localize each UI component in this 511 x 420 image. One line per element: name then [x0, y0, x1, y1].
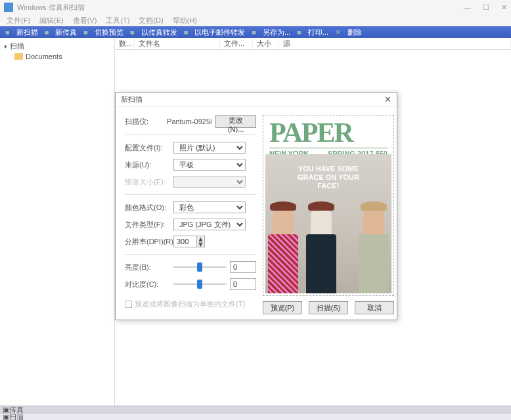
preview-button[interactable]: 预览(P) [263, 301, 302, 314]
menu-file[interactable]: 文件(F) [3, 16, 34, 26]
brightness-slider[interactable] [173, 262, 226, 272]
source-label: 来源(U): [125, 160, 169, 170]
filetype-label: 文件类型(F): [125, 220, 169, 230]
bar-fax[interactable]: ▣ 传真 [0, 406, 511, 413]
tb-new-scan[interactable]: 新扫描 [14, 28, 41, 37]
contrast-label: 对比度(C): [125, 280, 169, 289]
contrast-input[interactable] [230, 278, 256, 290]
menu-view[interactable]: 查看(V) [69, 16, 101, 26]
separate-files-checkbox [125, 301, 132, 308]
new-scan-dialog: 新扫描 ✕ 扫描仪: Pantum-09258C (M6200W... 更改(N… [115, 92, 397, 320]
maximize-button[interactable]: ☐ [483, 3, 489, 12]
change-scanner-button[interactable]: 更改(N)... [215, 115, 256, 128]
cancel-button[interactable]: 取消 [355, 301, 394, 314]
tb-save-as[interactable]: 另存为... [260, 28, 293, 37]
profile-select[interactable]: 照片 (默认) [173, 142, 246, 154]
window-controls: — ☐ ✕ [464, 3, 507, 12]
close-button[interactable]: ✕ [501, 3, 507, 12]
dialog-form: 扫描仪: Pantum-09258C (M6200W... 更改(N)... 配… [125, 115, 256, 314]
menu-help[interactable]: 帮助(H) [169, 16, 201, 26]
dpi-spinner[interactable]: ▲▼ [173, 236, 205, 247]
col-num[interactable]: 数... [115, 39, 135, 49]
minimize-button[interactable]: — [464, 3, 471, 12]
tb-delete[interactable]: 删除 [345, 28, 365, 37]
tb-email-send[interactable]: 以电子邮件转发 [192, 28, 248, 37]
tb-print[interactable]: 打印... [305, 28, 331, 37]
col-type[interactable]: 文件... [220, 39, 253, 49]
titlebar: Windows 传真和扫描 — ☐ ✕ [0, 0, 511, 14]
paper-label: 纸张大小(E): [125, 177, 169, 187]
bar-scan[interactable]: ▣ 扫描 [0, 413, 511, 420]
col-size[interactable]: 大小 [253, 39, 279, 49]
dialog-buttons: 预览(P) 扫描(S) 取消 [263, 296, 394, 314]
caret-icon: ▾ [4, 43, 7, 50]
color-select[interactable]: 彩色 [173, 201, 246, 213]
col-name[interactable]: 文件名 [135, 39, 220, 49]
tb-new-fax[interactable]: 新传真 [53, 28, 79, 37]
scanner-label: 扫描仪: [125, 117, 163, 127]
contrast-slider[interactable] [173, 279, 226, 289]
mag-title: PAPER [265, 117, 391, 146]
preview-image: PAPER NEW YORK SPRING 2017 $50 YOU HAVE … [265, 117, 391, 293]
dialog-close-button[interactable]: ✕ [384, 94, 391, 104]
list-header: 数... 文件名 文件... 大小 源 [115, 38, 511, 50]
tree-documents[interactable]: Documents [3, 52, 112, 61]
profile-label: 配置文件(I): [125, 143, 169, 153]
scanner-value: Pantum-09258C (M6200W... [167, 117, 211, 125]
col-src[interactable]: 源 [279, 39, 511, 49]
dialog-title: 新扫描 [121, 94, 143, 104]
separate-files-label: 预览或将图像扫描为单独的文件(T) [135, 299, 245, 309]
menu-docs[interactable]: 文档(D) [135, 16, 167, 26]
app-icon [4, 3, 13, 12]
tb-fax-send[interactable]: 以传真转发 [139, 28, 180, 37]
mag-tagline: YOU HAVE SOME GRACE ON YOUR FACE! [265, 165, 391, 191]
dialog-titlebar: 新扫描 ✕ [116, 93, 397, 107]
window-title: Windows 传真和扫描 [17, 3, 464, 12]
filetype-select[interactable]: JPG (JPG 文件) [173, 219, 246, 230]
folder-icon [14, 53, 23, 60]
menu-tools[interactable]: 工具(T) [102, 16, 133, 26]
sidebar: ▾ 扫描 Documents [0, 38, 115, 406]
tree-scan[interactable]: ▾ 扫描 [3, 41, 112, 52]
category-bars: ▣ 传真 ▣ 扫描 [0, 406, 511, 420]
paper-select [173, 176, 246, 188]
source-select[interactable]: 平板 [173, 159, 246, 171]
dpi-input[interactable] [173, 236, 197, 247]
brightness-input[interactable] [230, 261, 256, 273]
menubar: 文件(F) 编辑(E) 查看(V) 工具(T) 文档(D) 帮助(H) [0, 14, 511, 26]
menu-edit[interactable]: 编辑(E) [35, 16, 68, 26]
color-label: 颜色格式(O): [125, 203, 169, 213]
tb-toggle-preview[interactable]: 切换预览 [92, 28, 126, 37]
scan-button[interactable]: 扫描(S) [309, 301, 348, 314]
tree-scan-label: 扫描 [10, 41, 24, 51]
toolbar: ■新扫描 ■新传真 ■切换预览 ■以传真转发 ■以电子邮件转发 ■另存为... … [0, 26, 511, 38]
dpi-label: 分辨率(DPI)(R): [125, 237, 169, 247]
spin-down-icon[interactable]: ▼ [197, 242, 204, 247]
scan-preview[interactable]: PAPER NEW YORK SPRING 2017 $50 YOU HAVE … [263, 115, 394, 296]
brightness-label: 亮度(B): [125, 262, 169, 272]
tree-documents-label: Documents [26, 52, 62, 60]
